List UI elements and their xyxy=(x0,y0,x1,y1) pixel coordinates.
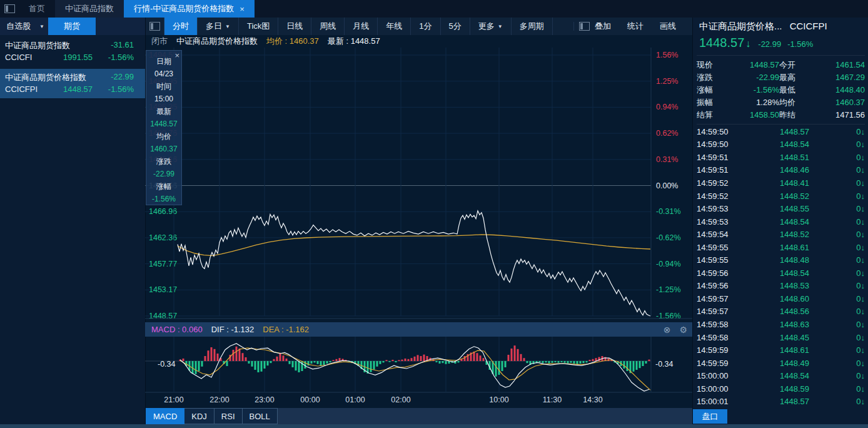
trade-row[interactable]: 14:59:591448.610↓ xyxy=(697,344,865,357)
period-button-年线[interactable]: 年线 xyxy=(378,18,411,35)
trade-row[interactable]: 15:00:001448.540↓ xyxy=(697,369,865,382)
instrument-name: 中证商品期货指数 xyxy=(5,40,70,51)
trade-row[interactable]: 14:59:501448.540↓ xyxy=(697,138,865,151)
tab-home[interactable]: 首页 xyxy=(19,0,55,18)
instrument-code: CCICFI xyxy=(5,53,32,62)
macd-histogram-bar xyxy=(420,356,422,361)
trade-row[interactable]: 14:59:561448.530↓ xyxy=(697,280,865,293)
trade-row[interactable]: 14:59:521448.410↓ xyxy=(697,176,865,190)
indicator-settings-gear-icon[interactable]: ⚙ xyxy=(679,325,687,335)
macd-histogram-bar xyxy=(255,361,256,370)
period-button-多周期[interactable]: 多周期 xyxy=(512,18,553,35)
trade-row[interactable]: 14:59:511448.460↓ xyxy=(697,164,865,177)
indicator-tab-RSI[interactable]: RSI xyxy=(214,408,243,424)
tooltip-close-icon[interactable]: × xyxy=(174,51,179,60)
trade-time: 14:59:50 xyxy=(697,127,740,136)
tab-quote-active[interactable]: 行情-中证商品期货价格指数 × xyxy=(124,0,255,18)
trade-row[interactable]: 14:59:581448.630↓ xyxy=(697,318,865,331)
toolbar-link-画线[interactable]: 画线 xyxy=(660,21,676,32)
toolbar-link-统计[interactable]: 统计 xyxy=(627,21,643,32)
period-button-label: 多周期 xyxy=(520,21,544,32)
trade-time: 15:00:00 xyxy=(697,384,740,394)
indicator-tab-BOLL[interactable]: BOLL xyxy=(243,408,278,424)
trade-qty: 0↓ xyxy=(809,204,865,213)
time-axis-label: 23:00 xyxy=(255,395,274,404)
period-button-多日[interactable]: 多日▼ xyxy=(198,18,239,35)
intraday-price-chart[interactable]: 1494.551.56%1489.951.25%1485.350.94%1480… xyxy=(145,48,692,320)
macd-histogram-bar xyxy=(323,361,325,365)
trade-row[interactable]: 14:59:531448.550↓ xyxy=(697,202,865,215)
time-axis-label: 00:00 xyxy=(300,395,320,404)
macd-histogram-bar xyxy=(401,360,403,361)
trade-time: 14:59:53 xyxy=(697,217,740,227)
trade-price: 1448.54 xyxy=(740,371,809,380)
macd-indicator-chart[interactable]: -0.34-0.34 xyxy=(145,337,692,393)
trade-row[interactable]: 14:59:521448.520↓ xyxy=(697,190,865,203)
trade-row[interactable]: 15:00:001448.590↓ xyxy=(697,382,865,395)
trade-row[interactable]: 14:59:551448.480↓ xyxy=(697,253,865,267)
macd-histogram-bar xyxy=(570,361,572,363)
period-button-Tick图[interactable]: Tick图 xyxy=(239,18,278,35)
indicator-tab-KDJ[interactable]: KDJ xyxy=(184,408,214,424)
trade-row[interactable]: 14:59:511448.510↓ xyxy=(697,151,865,164)
dea-value-label: DEA : -1.162 xyxy=(263,325,309,334)
macd-histogram-bar xyxy=(502,361,503,371)
trade-row[interactable]: 14:59:571448.560↓ xyxy=(697,305,865,318)
trade-time: 14:59:51 xyxy=(697,153,740,162)
pct-axis-label: -0.31% xyxy=(656,207,681,216)
app-menu-button[interactable] xyxy=(0,0,19,18)
period-button-日线[interactable]: 日线 xyxy=(278,18,311,35)
watchlist-item[interactable]: 中证商品期货指数-31.61CCICFI1991.55-1.56% xyxy=(0,37,145,66)
trade-row[interactable]: 14:59:581448.450↓ xyxy=(697,331,865,344)
tab-index[interactable]: 中证商品指数 xyxy=(55,0,124,18)
depth-tab-button[interactable]: 盘口 xyxy=(693,409,727,424)
macd-histogram-bar xyxy=(236,347,238,361)
tab-futures[interactable]: 期货 xyxy=(48,18,96,35)
trade-row[interactable]: 14:59:501448.570↓ xyxy=(697,125,865,138)
pct-axis-label: 0.00% xyxy=(656,181,678,190)
trade-row[interactable]: 14:59:561448.540↓ xyxy=(697,267,865,280)
price-axis-label: 1466.96 xyxy=(149,207,177,216)
time-axis-label: 01:00 xyxy=(345,395,365,404)
macd-histogram-bar xyxy=(330,361,331,362)
tooltip-row: -1.56% xyxy=(146,193,181,205)
collapse-right-panel-button[interactable] xyxy=(573,22,595,31)
tooltip-row: 04/23 xyxy=(146,68,181,80)
trade-row[interactable]: 14:59:571448.600↓ xyxy=(697,292,865,305)
stat-value: 1471.56 xyxy=(807,109,865,121)
down-arrow-icon: ↓ xyxy=(861,307,865,316)
toolbar-link-叠加[interactable]: 叠加 xyxy=(595,21,611,32)
down-arrow-icon: ↓ xyxy=(861,153,865,162)
macd-histogram-bar xyxy=(289,361,291,364)
trade-row[interactable]: 15:00:011448.570↓ xyxy=(697,395,865,408)
period-button-1分[interactable]: 1分 xyxy=(411,18,440,35)
stat-value: 1448.40 xyxy=(807,84,865,96)
macd-histogram-bar xyxy=(201,361,203,367)
trade-tick-list[interactable]: 14:59:501448.570↓14:59:501448.540↓14:59:… xyxy=(697,125,865,408)
period-button-月线[interactable]: 月线 xyxy=(345,18,378,35)
trade-qty: 0↓ xyxy=(809,255,865,265)
macd-histogram-bar xyxy=(445,361,447,364)
stat-label: 昨结 xyxy=(779,109,807,121)
period-button-分时[interactable]: 分时 xyxy=(164,18,198,35)
period-button-5分[interactable]: 5分 xyxy=(441,18,470,35)
watchlist-dropdown[interactable]: 自选股 ▼ xyxy=(6,18,44,35)
macd-histogram-bar xyxy=(567,361,569,364)
trade-row[interactable]: 14:59:531448.540↓ xyxy=(697,215,865,228)
close-indicator-icon[interactable]: ⊗ xyxy=(664,325,671,335)
period-button-周线[interactable]: 周线 xyxy=(311,18,345,35)
macd-histogram-bar xyxy=(295,361,297,370)
watchlist-item[interactable]: 中证商品期货价格指数-22.99CCICFPI1448.57-1.56% xyxy=(0,69,145,98)
indicator-tab-MACD[interactable]: MACD xyxy=(146,408,184,424)
macd-histogram-bar xyxy=(648,360,650,361)
panel-toggle-icon xyxy=(579,22,590,31)
period-button-更多[interactable]: 更多▼ xyxy=(470,18,512,35)
trade-row[interactable]: 14:59:591448.490↓ xyxy=(697,357,865,370)
dea-line xyxy=(180,348,650,390)
trade-time: 14:59:51 xyxy=(697,165,740,175)
instrument-pct: -1.56% xyxy=(108,53,134,62)
collapse-left-panel-button[interactable] xyxy=(146,18,164,35)
close-tab-icon[interactable]: × xyxy=(240,4,245,14)
trade-row[interactable]: 14:59:551448.610↓ xyxy=(697,241,865,254)
trade-row[interactable]: 14:59:541448.520↓ xyxy=(697,228,865,241)
